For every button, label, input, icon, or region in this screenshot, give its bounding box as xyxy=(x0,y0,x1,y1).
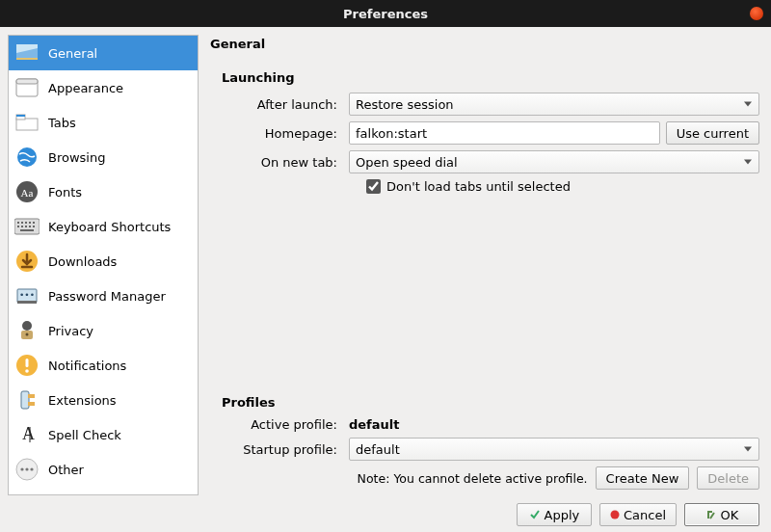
svg-rect-22 xyxy=(20,229,34,231)
svg-rect-36 xyxy=(28,402,35,406)
general-icon xyxy=(14,40,40,66)
active-profile-value: default xyxy=(349,417,399,432)
appearance-icon xyxy=(14,75,40,100)
delete-button[interactable]: Delete xyxy=(697,466,759,490)
after-launch-select[interactable]: Restore session xyxy=(349,93,759,116)
svg-text:A: A xyxy=(22,424,35,443)
cancel-icon xyxy=(610,510,620,519)
globe-icon xyxy=(14,145,40,170)
svg-rect-14 xyxy=(25,222,27,224)
apply-button[interactable]: Apply xyxy=(517,503,592,526)
svg-rect-35 xyxy=(28,394,35,398)
svg-text:Aa: Aa xyxy=(21,187,34,199)
extensions-icon xyxy=(14,387,40,412)
spellcheck-icon: A xyxy=(14,422,40,447)
sidebar-item-extensions[interactable]: Extensions xyxy=(9,383,198,417)
cancel-button[interactable]: Cancel xyxy=(599,503,677,526)
profiles-title: Profiles xyxy=(222,395,759,410)
svg-rect-13 xyxy=(21,222,23,224)
use-current-button[interactable]: Use current xyxy=(666,121,759,145)
privacy-icon xyxy=(14,318,40,343)
sidebar-item-browsing[interactable]: Browsing xyxy=(9,140,198,174)
svg-point-41 xyxy=(25,467,28,470)
sidebar-item-label: Fonts xyxy=(48,185,82,200)
sidebar-item-label: General xyxy=(48,46,97,61)
dialog-footer: Apply Cancel OK xyxy=(0,503,771,532)
lazy-load-label: Don't load tabs until selected xyxy=(386,179,571,194)
svg-rect-34 xyxy=(21,391,29,409)
svg-point-30 xyxy=(26,333,29,336)
sidebar-item-label: Notifications xyxy=(48,359,126,373)
ok-button[interactable]: OK xyxy=(684,503,759,526)
sidebar-item-label: Privacy xyxy=(48,324,93,338)
sidebar-item-password[interactable]: ••• Password Manager xyxy=(9,279,198,313)
profiles-form: Active profile: default Startup profile:… xyxy=(227,417,759,490)
svg-rect-16 xyxy=(33,222,35,224)
active-profile-label: Active profile: xyxy=(227,417,343,432)
sidebar-item-label: Keyboard Shortcuts xyxy=(48,220,171,234)
profiles-note: Note: You cannot delete active profile. xyxy=(358,471,588,486)
sidebar-item-label: Appearance xyxy=(48,81,123,95)
page-title: General xyxy=(210,37,759,51)
svg-rect-32 xyxy=(26,359,29,367)
sidebar-item-general[interactable]: General xyxy=(9,36,198,70)
sidebar-item-privacy[interactable]: Privacy xyxy=(9,313,198,348)
fonts-icon: Aa xyxy=(14,179,40,204)
on-new-tab-select[interactable]: Open speed dial xyxy=(349,150,759,173)
svg-point-28 xyxy=(22,321,32,331)
launching-title: Launching xyxy=(222,70,759,85)
startup-profile-label: Startup profile: xyxy=(227,442,343,457)
on-new-tab-label: On new tab: xyxy=(227,155,343,170)
svg-point-43 xyxy=(610,511,619,519)
sidebar-item-spellcheck[interactable]: A Spell Check xyxy=(9,417,198,452)
sidebar-item-fonts[interactable]: Aa Fonts xyxy=(9,174,198,209)
sidebar-item-keyboard[interactable]: Keyboard Shortcuts xyxy=(9,209,198,244)
svg-rect-17 xyxy=(17,226,19,227)
svg-rect-12 xyxy=(17,222,19,224)
main-panel: General Launching After launch: Restore … xyxy=(204,27,771,503)
sidebar-item-other[interactable]: Other xyxy=(9,452,198,487)
sidebar-item-label: Browsing xyxy=(48,150,105,165)
other-icon xyxy=(14,457,40,482)
sidebar-item-label: Tabs xyxy=(48,116,76,130)
check-icon xyxy=(529,509,541,520)
svg-point-33 xyxy=(25,369,29,373)
homepage-label: Homepage: xyxy=(227,126,343,141)
keyboard-icon xyxy=(14,214,40,239)
window-title: Preferences xyxy=(343,7,428,21)
svg-text:•••: ••• xyxy=(19,290,35,300)
downloads-icon xyxy=(14,249,40,274)
sidebar-item-label: Downloads xyxy=(48,254,117,269)
svg-point-42 xyxy=(30,467,33,470)
lazy-load-checkbox[interactable] xyxy=(366,179,381,194)
sidebar-item-label: Extensions xyxy=(48,393,117,408)
sidebar-item-label: Password Manager xyxy=(48,289,166,304)
svg-rect-4 xyxy=(16,79,38,84)
svg-rect-5 xyxy=(16,119,38,130)
sidebar-item-downloads[interactable]: Downloads xyxy=(9,244,198,279)
svg-rect-20 xyxy=(29,226,31,227)
sidebar-item-label: Spell Check xyxy=(48,428,121,442)
svg-rect-19 xyxy=(25,226,27,227)
launching-form: After launch: Restore session Homepage: … xyxy=(227,93,759,194)
content-area: General Appearance Tabs Browsing xyxy=(0,27,771,503)
homepage-input[interactable] xyxy=(349,121,660,145)
svg-point-40 xyxy=(20,467,23,470)
svg-rect-2 xyxy=(16,58,38,60)
create-new-button[interactable]: Create New xyxy=(596,466,690,490)
sidebar-item-tabs[interactable]: Tabs xyxy=(9,105,198,140)
close-icon[interactable] xyxy=(750,7,763,20)
tabs-icon xyxy=(14,110,40,135)
svg-rect-15 xyxy=(29,222,31,224)
titlebar: Preferences xyxy=(0,0,771,27)
sidebar-item-appearance[interactable]: Appearance xyxy=(9,70,198,105)
sidebar: General Appearance Tabs Browsing xyxy=(8,35,199,495)
password-icon: ••• xyxy=(14,283,40,308)
svg-rect-26 xyxy=(17,301,37,304)
sidebar-wrap: General Appearance Tabs Browsing xyxy=(0,27,204,503)
svg-rect-7 xyxy=(16,115,25,117)
after-launch-label: After launch: xyxy=(227,97,343,112)
sidebar-item-notifications[interactable]: Notifications xyxy=(9,348,198,383)
notifications-icon xyxy=(14,353,40,378)
startup-profile-select[interactable]: default xyxy=(349,438,759,461)
